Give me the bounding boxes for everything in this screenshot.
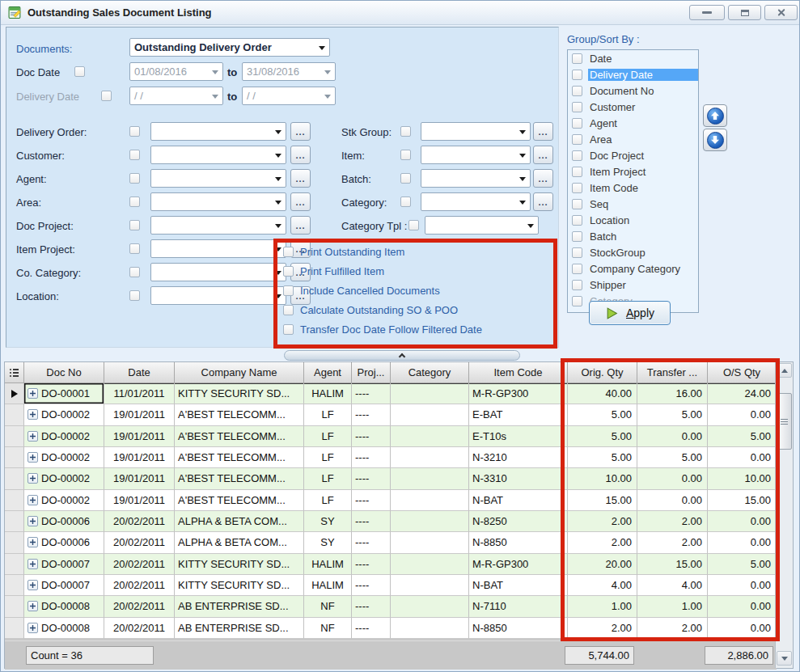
browse-button[interactable]: ...: [533, 169, 553, 188]
grid-cell[interactable]: ----: [352, 426, 391, 447]
delivery-date-to-select[interactable]: / /: [242, 87, 336, 105]
table-row[interactable]: DO-0000620/02/2011ALPHA & BETA COM...SY-…: [5, 532, 777, 553]
grid-cell[interactable]: ----: [352, 618, 391, 639]
expand-icon[interactable]: [28, 388, 38, 399]
filter-checkbox[interactable]: [129, 267, 140, 277]
table-row[interactable]: DO-0000219/01/2011A'BEST TELECOMM...LF--…: [5, 447, 777, 468]
apply-button[interactable]: Apply: [589, 301, 671, 325]
grid-cell[interactable]: [391, 596, 469, 617]
filter-checkbox[interactable]: [129, 220, 140, 230]
filter-select[interactable]: [421, 122, 531, 141]
grid-cell[interactable]: KITTY SECURITY SD...: [175, 575, 304, 596]
grid-cell[interactable]: N-8850: [469, 618, 568, 639]
grid-cell[interactable]: ----: [352, 468, 391, 489]
grid-cell[interactable]: 2.00: [568, 511, 637, 532]
group-sort-checkbox[interactable]: [572, 86, 582, 96]
grid-cell[interactable]: 2.00: [568, 618, 637, 639]
group-sort-item[interactable]: Company Category: [568, 260, 698, 277]
grid-cell[interactable]: 19/01/2011: [104, 426, 175, 447]
row-indicator-cell[interactable]: [5, 383, 24, 404]
grid-header-cell[interactable]: Doc No: [24, 362, 104, 383]
grid-cell[interactable]: N-7110: [469, 596, 568, 617]
table-row[interactable]: DO-0000111/01/2011KITTY SECURITY SD...HA…: [5, 383, 777, 404]
expand-icon[interactable]: [28, 601, 38, 611]
maximize-button[interactable]: [728, 5, 761, 20]
group-sort-checkbox[interactable]: [572, 199, 582, 209]
delivery-date-checkbox[interactable]: [101, 91, 112, 101]
group-sort-checkbox[interactable]: [572, 134, 582, 145]
expand-icon[interactable]: [28, 473, 38, 484]
grid-cell[interactable]: 0.00: [637, 426, 708, 447]
grid-cell[interactable]: N-8850: [469, 532, 568, 553]
group-sort-checkbox[interactable]: [572, 70, 582, 80]
grid-cell[interactable]: 20/02/2011: [104, 596, 175, 617]
grid-cell[interactable]: 10.00: [568, 468, 637, 489]
grid-cell[interactable]: 0.00: [708, 511, 777, 532]
grid-cell[interactable]: A'BEST TELECOMM...: [175, 468, 304, 489]
grid-cell[interactable]: 0.00: [708, 404, 777, 425]
group-sort-checkbox[interactable]: [572, 102, 582, 112]
grid-cell[interactable]: 20/02/2011: [104, 554, 175, 575]
documents-select[interactable]: Outstanding Delivery Order: [129, 38, 330, 57]
scroll-up-button[interactable]: [777, 363, 792, 378]
grid-cell[interactable]: [391, 554, 469, 575]
group-sort-checkbox[interactable]: [572, 183, 582, 193]
grid-cell[interactable]: 0.00: [708, 618, 777, 639]
grid-cell[interactable]: 20/02/2011: [104, 511, 175, 532]
grid-cell[interactable]: 20/02/2011: [104, 618, 175, 639]
grid-cell[interactable]: DO-00006: [24, 532, 104, 553]
grid-cell[interactable]: LF: [304, 490, 352, 511]
filter-checkbox[interactable]: [400, 173, 411, 184]
row-indicator-cell[interactable]: [5, 468, 24, 489]
category-tpl-select[interactable]: [425, 216, 539, 235]
table-row[interactable]: DO-0000219/01/2011A'BEST TELECOMM...LF--…: [5, 404, 777, 425]
grid-cell[interactable]: N-8250: [469, 511, 568, 532]
group-sort-item[interactable]: Date: [568, 50, 698, 66]
group-sort-item[interactable]: Document No: [568, 82, 698, 99]
expand-icon[interactable]: [28, 452, 38, 463]
grid-cell[interactable]: M-R-GP300: [469, 554, 568, 575]
move-up-button[interactable]: [703, 104, 727, 127]
group-sort-item[interactable]: Agent: [568, 115, 698, 131]
grid-cell[interactable]: 5.00: [568, 404, 637, 425]
minimize-button[interactable]: [689, 5, 725, 20]
grid-cell[interactable]: [391, 490, 469, 511]
grid-header-cell[interactable]: Agent: [304, 362, 352, 383]
grid-cell[interactable]: DO-00002: [24, 426, 104, 447]
grid-cell[interactable]: LF: [304, 426, 352, 447]
group-sort-item[interactable]: Item Code: [568, 180, 698, 196]
grid-cell[interactable]: 4.00: [637, 575, 708, 596]
row-indicator-cell[interactable]: [5, 426, 24, 447]
grid-header-cell[interactable]: Date: [104, 362, 175, 383]
grid-cell[interactable]: DO-00007: [24, 575, 104, 596]
group-sort-item[interactable]: Batch: [568, 228, 698, 244]
doc-date-checkbox[interactable]: [74, 66, 85, 77]
filter-checkbox[interactable]: [129, 243, 140, 254]
grid-cell[interactable]: 2.00: [637, 618, 708, 639]
grid-cell[interactable]: ALPHA & BETA COM...: [175, 532, 304, 553]
grid-cell[interactable]: [391, 383, 469, 404]
grid-cell[interactable]: [391, 618, 469, 639]
group-sort-item[interactable]: Area: [568, 131, 698, 147]
group-sort-checkbox[interactable]: [572, 215, 582, 226]
grid-cell[interactable]: KITTY SECURITY SD...: [175, 383, 304, 404]
grid-cell[interactable]: [391, 532, 469, 553]
grid-cell[interactable]: NF: [304, 618, 352, 639]
group-sort-checkbox[interactable]: [572, 53, 582, 64]
expand-icon[interactable]: [28, 516, 38, 526]
grid-cell[interactable]: 0.00: [708, 596, 777, 617]
grid-cell[interactable]: 19/01/2011: [104, 447, 175, 468]
grid-cell[interactable]: ----: [352, 383, 391, 404]
row-indicator-cell[interactable]: [5, 404, 24, 425]
grid-cell[interactable]: 24.00: [708, 383, 777, 404]
grid-cell[interactable]: [391, 404, 469, 425]
expand-icon[interactable]: [28, 580, 38, 590]
group-sort-checkbox[interactable]: [572, 118, 582, 129]
grid-cell[interactable]: ----: [352, 490, 391, 511]
grid-cell[interactable]: 15.00: [568, 490, 637, 511]
option-checkbox[interactable]: [283, 305, 294, 315]
grid-cell[interactable]: 5.00: [568, 426, 637, 447]
option-checkbox[interactable]: [283, 324, 294, 335]
grid-cell[interactable]: ALPHA & BETA COM...: [175, 511, 304, 532]
row-indicator-cell[interactable]: [5, 490, 24, 511]
